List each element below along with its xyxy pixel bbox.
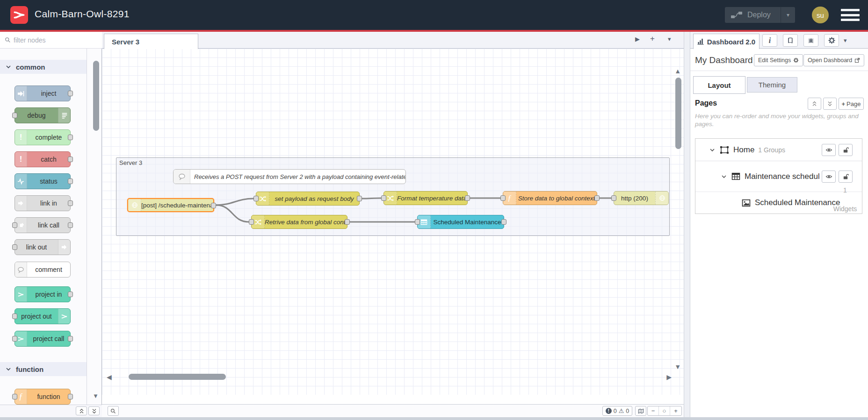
palette-node-complete[interactable]: ! complete	[14, 129, 71, 145]
search-flows-button[interactable]	[108, 406, 119, 416]
output-port[interactable]	[465, 195, 470, 201]
palette-filter-input[interactable]	[14, 36, 84, 44]
config-nodes-tab-button[interactable]	[824, 34, 839, 47]
input-port[interactable]	[12, 336, 17, 342]
palette-node-status[interactable]: status	[14, 173, 71, 189]
add-flow-button[interactable]: +	[650, 34, 655, 43]
output-port[interactable]	[68, 157, 73, 162]
toggle-visibility-button[interactable]	[822, 171, 836, 183]
palette-node-function[interactable]: ƒ function	[14, 389, 71, 405]
output-port[interactable]	[68, 91, 73, 96]
input-port[interactable]	[249, 219, 254, 225]
main-menu-button[interactable]	[841, 9, 860, 21]
edit-settings-button[interactable]: Edit Settings	[754, 54, 803, 66]
flow-node-retrieve-global[interactable]: Retrive data from global context	[251, 215, 347, 229]
workspace-tab-server3[interactable]: Server 3	[104, 34, 198, 49]
tab-layout[interactable]: Layout	[693, 76, 745, 94]
info-tab-button[interactable]: i	[762, 34, 777, 47]
palette-node-link-call[interactable]: link call	[14, 217, 71, 233]
palette-node-project-in[interactable]: project in	[14, 286, 71, 302]
debug-tab-button[interactable]	[803, 34, 818, 47]
palette-category-function[interactable]: function	[0, 362, 87, 376]
output-port[interactable]	[68, 394, 73, 399]
canvas-scroll-right-arrow[interactable]: ▶	[666, 373, 672, 381]
flow-node-http-in[interactable]: [post] /schedule-maintenance	[127, 198, 214, 212]
palette-node-catch[interactable]: ! catch	[14, 151, 71, 167]
flow-node-table[interactable]: Scheduled Maintenance	[417, 215, 504, 229]
output-port[interactable]	[68, 200, 73, 206]
chevron-down-icon[interactable]	[709, 147, 715, 153]
palette-category-common[interactable]: common	[0, 60, 87, 74]
input-port[interactable]	[381, 195, 386, 201]
flow-canvas[interactable]: Server 3 Receives a POST request from Se…	[102, 49, 684, 395]
notifications-counter[interactable]: ! 0 ⚠ 0	[602, 406, 632, 416]
palette-node-inject[interactable]: inject	[14, 85, 71, 101]
navigator-map-button[interactable]	[635, 406, 646, 416]
toggle-lock-button[interactable]	[839, 144, 853, 156]
toggle-visibility-button[interactable]	[822, 144, 836, 156]
chevron-down-icon[interactable]	[721, 174, 727, 179]
palette-node-comment[interactable]: comment	[14, 262, 71, 278]
output-port[interactable]	[594, 195, 600, 201]
input-port[interactable]	[253, 196, 259, 201]
deploy-options-caret[interactable]: ▾	[781, 12, 795, 18]
canvas-scroll-left-arrow[interactable]: ◀	[107, 373, 112, 381]
output-port[interactable]	[68, 135, 73, 140]
move-down-button[interactable]	[823, 98, 837, 110]
user-avatar[interactable]: su	[812, 7, 829, 23]
tab-scroll-right-button[interactable]: ▶	[635, 36, 640, 43]
output-port[interactable]	[357, 196, 362, 201]
input-port[interactable]	[500, 195, 506, 201]
add-page-button[interactable]: + Page	[839, 98, 864, 110]
help-tab-button[interactable]	[783, 34, 798, 47]
page-title: Calm-Barn-Owl-8291	[35, 8, 130, 20]
palette-scroll-down-arrow[interactable]: ▼	[93, 392, 100, 399]
input-port[interactable]	[415, 219, 420, 225]
palette-node-debug[interactable]: debug	[14, 107, 71, 123]
canvas-vscrollbar-thumb[interactable]	[675, 78, 681, 149]
zoom-out-button[interactable]: −	[648, 406, 659, 415]
input-port[interactable]	[12, 244, 17, 250]
flow-list-caret-button[interactable]: ▾	[668, 36, 671, 43]
output-port[interactable]	[68, 292, 73, 297]
canvas-scroll-up-arrow[interactable]: ▲	[674, 67, 681, 75]
canvas-hscrollbar-thumb[interactable]	[129, 374, 226, 380]
input-port[interactable]	[12, 313, 17, 319]
toggle-lock-button[interactable]	[839, 171, 853, 183]
canvas-scroll-down-arrow[interactable]: ▼	[674, 363, 681, 370]
flow-node-http-response[interactable]: http (200)	[614, 191, 669, 205]
move-up-button[interactable]	[808, 98, 821, 110]
input-port[interactable]	[12, 222, 17, 228]
flow-node-format-temperature[interactable]: Format temperature data.	[383, 191, 468, 205]
tree-row-home[interactable]: Home 1 Groups	[695, 139, 862, 161]
zoom-in-button[interactable]: +	[670, 406, 681, 415]
open-dashboard-button[interactable]: Open Dashboard	[803, 54, 864, 66]
palette-node-project-call[interactable]: project call	[14, 331, 71, 347]
zoom-reset-button[interactable]: ○	[659, 406, 670, 415]
sidebar-splitter[interactable]	[684, 32, 690, 417]
collapse-all-categories-button[interactable]	[76, 406, 87, 415]
sidebar-tab-dashboard[interactable]: Dashboard 2.0	[693, 34, 760, 49]
flow-node-comment[interactable]: Receives a POST request from Server 2 wi…	[173, 169, 406, 184]
palette-node-link-in[interactable]: link in	[14, 195, 71, 211]
output-port[interactable]	[68, 222, 73, 228]
output-port[interactable]	[211, 203, 216, 208]
output-port[interactable]	[345, 219, 350, 225]
palette-node-link-out[interactable]: link out	[14, 239, 71, 255]
output-port[interactable]	[501, 219, 506, 225]
input-port[interactable]	[611, 195, 616, 201]
input-port[interactable]	[12, 394, 17, 399]
expand-all-categories-button[interactable]	[88, 406, 100, 415]
palette-search[interactable]	[0, 32, 102, 49]
deploy-button[interactable]: Deploy ▾	[725, 7, 795, 23]
flow-node-set-payload[interactable]: set payload as request body	[256, 192, 360, 206]
input-port[interactable]	[12, 113, 17, 118]
palette-node-project-out[interactable]: project out	[14, 308, 71, 324]
tree-row-group[interactable]: 1 Widgets Maintenance schedul...	[695, 161, 862, 192]
palette-scrollbar-thumb[interactable]	[93, 61, 99, 131]
output-port[interactable]	[68, 178, 73, 184]
sidebar-options-caret[interactable]: ▾	[844, 37, 847, 44]
flow-node-store-global[interactable]: ƒ Store data to global context	[503, 191, 597, 205]
tab-theming[interactable]: Theming	[747, 77, 797, 93]
output-port[interactable]	[68, 336, 73, 342]
